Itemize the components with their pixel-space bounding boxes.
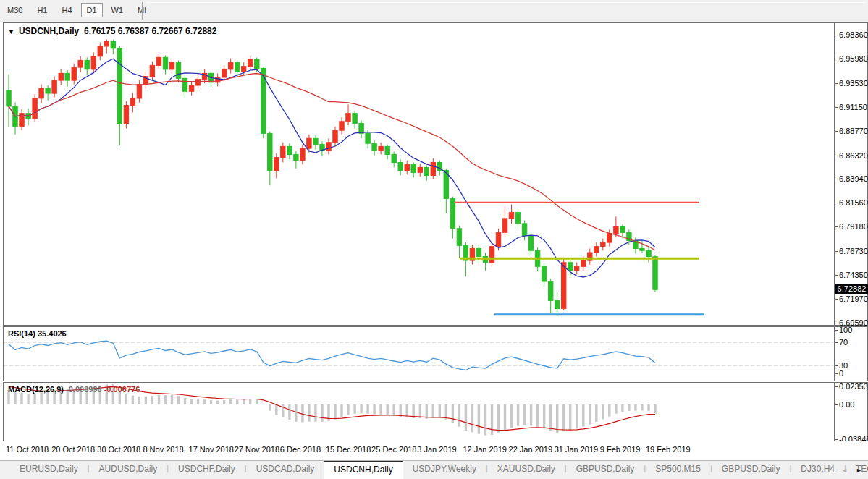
price-axis-label: 6.98360 [839,30,868,39]
tab-scroll-right-icon[interactable]: ► [853,467,865,474]
chart-tab-audusd[interactable]: AUDUSD,Daily [90,461,167,479]
tab-scroll-left-icon[interactable]: ◄ [838,467,851,474]
symbol-dropdown-icon[interactable]: ▼ [8,28,14,35]
macd-axis[interactable]: 0.0235340.00-0.038466 [834,383,867,442]
candle [333,130,337,143]
candle [646,250,651,256]
price-axis-tick [835,203,838,203]
chart-tab-xauusd[interactable]: XAUUSD,Daily [488,461,565,479]
candle [156,57,161,65]
candle [405,164,409,170]
candle [542,266,546,281]
rsi-axis[interactable]: 10070300 [834,327,867,381]
chart-tabs: EURUSD,Daily|AUDUSD,Daily|USDCHF,Daily|U… [10,461,868,479]
rsi-axis-tick [835,365,838,366]
chart-tab-usdjpy[interactable]: USDJPY,Weekly [403,461,486,479]
date-axis-label: 19 Feb 2019 [646,445,691,454]
candle [176,62,180,78]
candle [431,163,435,176]
date-axis-label: 27 Nov 2018 [235,445,279,454]
candle [235,62,240,71]
price-axis-tick [835,83,838,84]
timeframe-button-h4[interactable]: H4 [56,3,77,17]
date-axis-label: 3 Jan 2019 [417,445,456,454]
candle [653,257,657,290]
candle [489,247,494,263]
candle [379,146,383,151]
candle [340,122,344,130]
candle [326,143,331,151]
date-axis-label: 8 Nov 2018 [143,445,183,454]
date-axis-label: 22 Jan 2019 [509,445,553,454]
timeframe-button-h1[interactable]: H1 [31,3,53,17]
timeframe-button-w1[interactable]: W1 [106,3,130,17]
candle [33,98,37,119]
timeframe-button-d1[interactable]: D1 [81,3,103,17]
date-axis[interactable]: 11 Oct 201820 Oct 201830 Oct 20188 Nov 2… [3,441,868,460]
date-axis-label: 12 Jan 2019 [463,445,507,454]
chart-tab-sp500[interactable]: SP500,M15 [646,461,710,479]
chart-tab-eurusd[interactable]: EURUSD,Daily [10,461,88,479]
chart-tab-dj30[interactable]: DJ30,H4 [791,461,844,479]
chart-title-symbol: USDCNH,Daily [19,26,79,36]
price-axis-label: 6.76730 [839,247,868,255]
candle [601,242,605,247]
candle [398,163,403,171]
rsi-panel: RSI(14) 35.4026 10070300 [3,326,868,381]
date-axis-label: 11 Oct 2018 [6,445,49,454]
candle [385,146,389,154]
price-axis-label: 6.79180 [839,222,868,231]
price-axis-tick [835,323,838,323]
candle [300,148,305,161]
macd-axis-label: 0.023534 [839,382,868,391]
candle [287,146,292,154]
candle [620,226,625,232]
candle [52,80,56,93]
candle [268,133,272,170]
price-axis-label: 6.86320 [839,151,868,160]
price-axis-tick [835,251,838,252]
chart-tab-usdcnh-active[interactable]: USDCNH,Daily [324,461,403,479]
price-axis-tick [835,131,838,132]
candle [450,198,455,229]
rsi-axis-tick [835,342,838,343]
rsi-plot[interactable] [4,327,833,379]
price-axis-tick [835,156,838,156]
candle [424,167,429,175]
timeframe-button-m30[interactable]: M30 [1,3,28,17]
chart-tab-gbpusd[interactable]: GBPUSD,Daily [567,461,644,479]
candle [307,138,311,148]
candle [522,224,526,236]
price-axis[interactable]: 6.72882 6.983606.959806.935306.911506.88… [834,23,867,325]
candle [111,41,115,48]
date-axis-label: 9 Feb 2019 [600,445,641,454]
candle [150,65,154,76]
price-axis-tick [835,59,838,59]
chart-tab-usdchf[interactable]: USDCHF,Daily [169,461,245,479]
candle [124,106,128,124]
candle [555,300,560,308]
price-chart-plot[interactable] [4,23,833,323]
candle [294,154,298,160]
candle [457,229,461,246]
candle [496,232,500,246]
candle [575,266,579,271]
chart-tab-gbpusd[interactable]: GBPUSD,Daily [712,461,790,479]
date-axis-label: 30 Oct 2018 [97,445,140,454]
candle [528,236,533,251]
candle [411,164,416,172]
candle [7,90,11,106]
candle [509,213,513,219]
candle [562,263,566,309]
macd-main-value: -0.008990 [66,385,102,394]
date-axis-label: 17 Nov 2018 [189,445,234,454]
chart-tab-usdcad[interactable]: USDCAD,Daily [247,461,324,479]
macd-panel: MACD(12,26,9) -0.008990 -0.006776 0.0235… [3,382,868,444]
candle [163,57,167,69]
candle [346,114,350,122]
candle [169,62,174,69]
candle [98,46,102,56]
price-axis-label: 6.93530 [839,79,868,88]
candle [502,219,507,232]
candle [39,88,43,98]
